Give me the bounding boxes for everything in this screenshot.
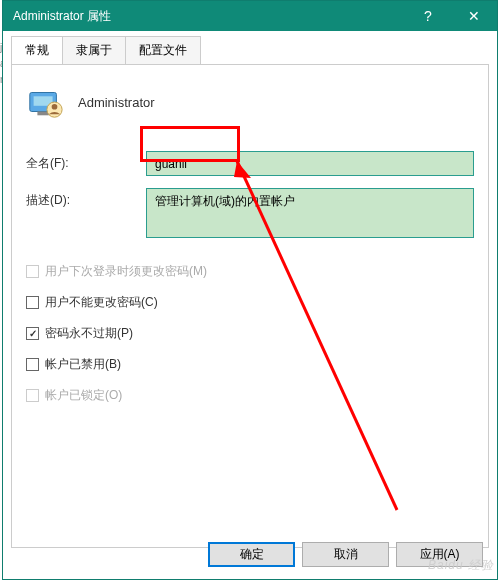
fullname-label: 全名(F): bbox=[26, 155, 146, 172]
description-label: 描述(D): bbox=[26, 188, 146, 209]
check-locked: 帐户已锁定(O) bbox=[26, 387, 474, 404]
fullname-input[interactable] bbox=[146, 151, 474, 176]
description-input[interactable] bbox=[146, 188, 474, 238]
tab-bar: 常规 隶属于 配置文件 bbox=[11, 36, 497, 64]
check-cannotchange[interactable]: 用户不能更改密码(C) bbox=[26, 294, 474, 311]
dialog-window: Administrator 属性 ? ✕ 常规 隶属于 配置文件 Adminis… bbox=[2, 0, 498, 580]
user-icon bbox=[26, 83, 64, 121]
watermark: Baidu 经验 bbox=[428, 557, 494, 574]
help-button[interactable]: ? bbox=[405, 1, 451, 31]
window-title: Administrator 属性 bbox=[13, 8, 111, 25]
checkbox-locked bbox=[26, 389, 39, 402]
titlebar: Administrator 属性 ? ✕ bbox=[3, 1, 497, 31]
panel-general: Administrator 全名(F): 描述(D): 用户下次登录时须更改密码… bbox=[11, 64, 489, 548]
checkbox-label: 用户下次登录时须更改密码(M) bbox=[45, 263, 207, 280]
checkbox-neverexpire[interactable] bbox=[26, 327, 39, 340]
svg-point-4 bbox=[52, 104, 58, 110]
check-disabled[interactable]: 帐户已禁用(B) bbox=[26, 356, 474, 373]
tab-memberof[interactable]: 隶属于 bbox=[62, 36, 126, 64]
checkbox-label: 用户不能更改密码(C) bbox=[45, 294, 158, 311]
tab-general[interactable]: 常规 bbox=[11, 36, 63, 64]
username-label: Administrator bbox=[78, 95, 155, 110]
check-neverexpire[interactable]: 密码永不过期(P) bbox=[26, 325, 474, 342]
checkbox-label: 帐户已禁用(B) bbox=[45, 356, 121, 373]
cancel-button[interactable]: 取消 bbox=[302, 542, 389, 567]
close-button[interactable]: ✕ bbox=[451, 1, 497, 31]
checkbox-disabled[interactable] bbox=[26, 358, 39, 371]
check-mustchange: 用户下次登录时须更改密码(M) bbox=[26, 263, 474, 280]
checkbox-mustchange bbox=[26, 265, 39, 278]
ok-button[interactable]: 确定 bbox=[208, 542, 295, 567]
checkbox-label: 帐户已锁定(O) bbox=[45, 387, 122, 404]
checkbox-cannotchange[interactable] bbox=[26, 296, 39, 309]
tab-profile[interactable]: 配置文件 bbox=[125, 36, 201, 64]
checkbox-label: 密码永不过期(P) bbox=[45, 325, 133, 342]
